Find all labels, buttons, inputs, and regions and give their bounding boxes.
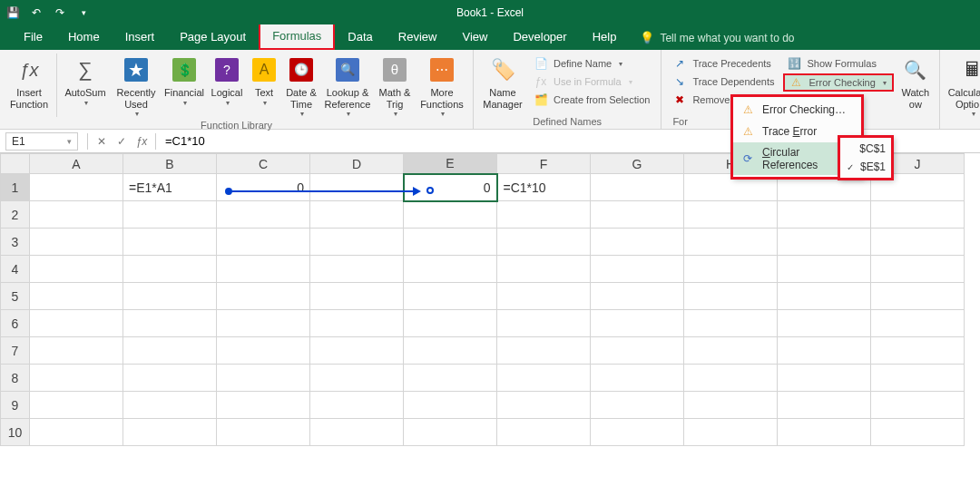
cell-A5[interactable] — [30, 283, 123, 310]
cancel-formula-button[interactable]: ✕ — [92, 132, 112, 151]
logical-button[interactable]: ? Logical▾ — [208, 53, 246, 107]
cell-G2[interactable] — [591, 201, 684, 229]
cell-A8[interactable] — [30, 365, 123, 392]
cell-F9[interactable] — [497, 392, 591, 419]
circular-ref-item-2[interactable]: ✓ $E$1 — [840, 158, 891, 176]
cell-D2[interactable] — [310, 201, 404, 229]
cell-I4[interactable] — [778, 256, 871, 283]
cell-G1[interactable] — [591, 174, 684, 201]
cell-H6[interactable] — [684, 310, 778, 337]
define-name-button[interactable]: 📄Define Name▾ — [530, 55, 653, 72]
enter-formula-button[interactable]: ✓ — [112, 132, 132, 151]
tab-page-layout[interactable]: Page Layout — [167, 24, 259, 50]
cell-J10[interactable] — [871, 419, 965, 446]
tab-formulas[interactable]: Formulas — [259, 23, 335, 50]
cell-H7[interactable] — [684, 337, 778, 365]
cell-G9[interactable] — [591, 392, 684, 419]
cell-D4[interactable] — [310, 256, 404, 283]
cell-J7[interactable] — [871, 337, 965, 365]
row-head-7[interactable]: 7 — [1, 337, 30, 365]
row-head-8[interactable]: 8 — [1, 365, 30, 392]
row-head-1[interactable]: 1 — [1, 174, 30, 201]
trace-precedents-button[interactable]: ↗Trace Precedents — [669, 55, 778, 72]
insert-function-fb-button[interactable]: ƒx — [132, 132, 152, 151]
cell-G7[interactable] — [591, 337, 684, 365]
col-head-F[interactable]: F — [497, 154, 591, 174]
cell-E4[interactable] — [404, 256, 497, 283]
cell-C9[interactable] — [217, 392, 310, 419]
undo-icon[interactable]: ↶ — [29, 5, 44, 20]
cell-G8[interactable] — [591, 365, 684, 392]
cell-B7[interactable] — [123, 337, 217, 365]
cell-E9[interactable] — [404, 392, 497, 419]
cell-F4[interactable] — [497, 256, 591, 283]
financial-button[interactable]: 💲 Financial▾ — [162, 53, 206, 107]
cell-E1[interactable]: 0 — [404, 174, 497, 201]
chevron-down-icon[interactable]: ▾ — [67, 137, 72, 146]
cell-D8[interactable] — [310, 365, 404, 392]
cell-C6[interactable] — [217, 310, 310, 337]
cell-J8[interactable] — [871, 365, 965, 392]
tab-developer[interactable]: Developer — [500, 24, 579, 50]
create-from-selection-button[interactable]: 🗂️Create from Selection — [530, 92, 653, 108]
cell-D5[interactable] — [310, 283, 404, 310]
col-head-G[interactable]: G — [591, 154, 684, 174]
cell-A9[interactable] — [30, 392, 123, 419]
cell-A2[interactable] — [30, 201, 123, 229]
col-head-C[interactable]: C — [217, 154, 310, 174]
cell-D7[interactable] — [310, 337, 404, 365]
cell-F3[interactable] — [497, 229, 591, 256]
cell-G5[interactable] — [591, 283, 684, 310]
insert-function-button[interactable]: ƒx Insert Function — [5, 53, 53, 110]
cell-E5[interactable] — [404, 283, 497, 310]
cell-H5[interactable] — [684, 283, 778, 310]
cell-E8[interactable] — [404, 365, 497, 392]
autosum-button[interactable]: ∑ AutoSum ▾ — [61, 53, 110, 107]
cell-I5[interactable] — [778, 283, 871, 310]
cell-H10[interactable] — [684, 419, 778, 446]
cell-E2[interactable] — [404, 201, 497, 229]
cell-B10[interactable] — [123, 419, 217, 446]
tab-file[interactable]: File — [11, 24, 55, 50]
cell-C3[interactable] — [217, 229, 310, 256]
cell-F1[interactable]: =C1*10 — [497, 174, 591, 201]
cell-C5[interactable] — [217, 283, 310, 310]
cell-D3[interactable] — [310, 229, 404, 256]
row-head-6[interactable]: 6 — [1, 310, 30, 337]
cell-H9[interactable] — [684, 392, 778, 419]
circular-ref-item-1[interactable]: $C$1 — [840, 140, 891, 158]
watch-window-button[interactable]: 🔍 Watch ow — [897, 53, 934, 110]
cell-B8[interactable] — [123, 365, 217, 392]
trace-dependents-button[interactable]: ↘Trace Dependents — [669, 73, 778, 90]
cell-D10[interactable] — [310, 419, 404, 446]
cell-H3[interactable] — [684, 229, 778, 256]
cell-G3[interactable] — [591, 229, 684, 256]
row-head-9[interactable]: 9 — [1, 392, 30, 419]
cell-G4[interactable] — [591, 256, 684, 283]
cell-I6[interactable] — [778, 310, 871, 337]
col-head-A[interactable]: A — [30, 154, 123, 174]
cell-E10[interactable] — [404, 419, 497, 446]
cell-H8[interactable] — [684, 365, 778, 392]
cell-A1[interactable] — [30, 174, 123, 201]
col-head-D[interactable]: D — [310, 154, 404, 174]
tab-data[interactable]: Data — [335, 24, 385, 50]
cell-I9[interactable] — [778, 392, 871, 419]
cell-H4[interactable] — [684, 256, 778, 283]
tab-view[interactable]: View — [449, 24, 500, 50]
cell-I3[interactable] — [778, 229, 871, 256]
cell-B3[interactable] — [123, 229, 217, 256]
cell-F5[interactable] — [497, 283, 591, 310]
save-icon[interactable]: 💾 — [5, 5, 20, 20]
cell-D6[interactable] — [310, 310, 404, 337]
cell-E6[interactable] — [404, 310, 497, 337]
cell-J3[interactable] — [871, 229, 965, 256]
cell-C8[interactable] — [217, 365, 310, 392]
cell-I8[interactable] — [778, 365, 871, 392]
cell-F8[interactable] — [497, 365, 591, 392]
cell-A7[interactable] — [30, 337, 123, 365]
cell-J9[interactable] — [871, 392, 965, 419]
cell-B5[interactable] — [123, 283, 217, 310]
date-time-button[interactable]: 🕒 Date & Time▾ — [282, 53, 320, 118]
qat-customize-icon[interactable]: ▾ — [76, 5, 91, 20]
